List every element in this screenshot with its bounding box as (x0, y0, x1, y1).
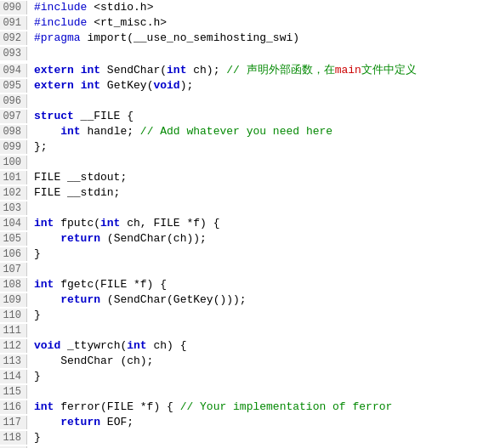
line-content: } (27, 369, 500, 383)
line-number: 099 (0, 140, 27, 154)
code-line: 105 return (SendChar(ch)); (0, 231, 500, 247)
code-line: 113 SendChar (ch); (0, 354, 500, 369)
line-content: #include <stdio.h> (27, 0, 500, 14)
line-number: 092 (0, 31, 27, 45)
line-number: 096 (0, 94, 27, 108)
line-number: 112 (0, 339, 27, 353)
line-number: 095 (0, 79, 27, 93)
line-number: 108 (0, 278, 27, 292)
line-number: 106 (0, 247, 27, 261)
line-content: return (SendChar(ch)); (27, 231, 500, 246)
line-number: 094 (0, 64, 27, 77)
line-content: int fputc(int ch, FILE *f) { (27, 216, 500, 230)
code-line: 109 return (SendChar(GetKey())); (0, 292, 500, 308)
line-content: extern int GetKey(void); (27, 78, 500, 93)
line-content: struct __FILE { (27, 109, 500, 123)
line-content (27, 384, 500, 399)
code-line: 098 int handle; // Add whatever you need… (0, 124, 500, 139)
line-content: return (SendChar(GetKey())); (27, 292, 500, 307)
line-number: 113 (0, 354, 27, 368)
line-number: 097 (0, 110, 27, 123)
line-number: 105 (0, 232, 27, 246)
line-number: 115 (0, 385, 27, 399)
line-content: SendChar (ch); (27, 354, 500, 368)
line-content: #pragma import(__use_no_semihosting_swi) (27, 31, 500, 45)
code-line: 110} (0, 308, 500, 323)
line-content: return EOF; (27, 415, 500, 429)
line-content: FILE __stdout; (27, 170, 500, 184)
code-line: 117 return EOF; (0, 415, 500, 430)
code-line: 103 (0, 201, 500, 216)
line-number: 117 (0, 416, 27, 429)
line-content: void _ttywrch(int ch) { (27, 338, 500, 353)
code-line: 094extern int SendChar(int ch); // 声明外部函… (0, 61, 500, 78)
line-number: 104 (0, 217, 27, 230)
line-number: 107 (0, 263, 27, 276)
line-content: }; (27, 139, 500, 154)
line-content (27, 94, 500, 108)
code-line: 099}; (0, 139, 500, 155)
line-content (27, 46, 500, 60)
line-number: 118 (0, 431, 27, 445)
code-line: 106} (0, 247, 500, 262)
line-content: FILE __stdin; (27, 185, 500, 200)
code-line: 107 (0, 262, 500, 277)
code-line: 097struct __FILE { (0, 109, 500, 124)
code-line: 112void _ttywrch(int ch) { (0, 338, 500, 354)
line-number: 090 (0, 1, 27, 14)
line-number: 110 (0, 309, 27, 322)
line-number: 109 (0, 293, 27, 307)
line-content: int ferror(FILE *f) { // Your implementa… (27, 400, 500, 414)
line-number: 098 (0, 125, 27, 139)
line-number: 102 (0, 186, 27, 200)
code-line: 100 (0, 155, 500, 170)
code-line: 096 (0, 94, 500, 109)
code-line: 093 (0, 46, 500, 61)
line-number: 101 (0, 171, 27, 184)
line-number: 114 (0, 370, 27, 383)
line-content: } (27, 247, 500, 261)
line-content: } (27, 430, 500, 445)
code-line: 092#pragma import(__use_no_semihosting_s… (0, 31, 500, 46)
code-editor: 090#include <stdio.h>091#include <rt_mis… (0, 0, 500, 448)
code-line: 101FILE __stdout; (0, 170, 500, 185)
line-content (27, 155, 500, 169)
line-number: 093 (0, 47, 27, 60)
code-line: 102FILE __stdin; (0, 185, 500, 201)
line-content: #include <rt_misc.h> (27, 15, 500, 30)
code-line: 104int fputc(int ch, FILE *f) { (0, 216, 500, 231)
code-line: 090#include <stdio.h> (0, 0, 500, 15)
line-number: 116 (0, 400, 27, 414)
line-content: int fgetc(FILE *f) { (27, 277, 500, 292)
code-line: 091#include <rt_misc.h> (0, 15, 500, 31)
line-content (27, 201, 500, 215)
code-line: 114} (0, 369, 500, 384)
line-number: 103 (0, 201, 27, 215)
line-content: extern int SendChar(int ch); // 声明外部函数，在… (27, 61, 500, 78)
line-number: 100 (0, 156, 27, 169)
code-line: 118} (0, 430, 500, 445)
code-line: 115 (0, 384, 500, 400)
line-number: 091 (0, 16, 27, 30)
code-line: 116int ferror(FILE *f) { // Your impleme… (0, 400, 500, 415)
line-content (27, 262, 500, 276)
line-content (27, 323, 500, 337)
line-content: } (27, 308, 500, 322)
line-content: int handle; // Add whatever you need her… (27, 124, 500, 139)
line-number: 111 (0, 324, 27, 337)
code-line: 108int fgetc(FILE *f) { (0, 277, 500, 292)
code-line: 111 (0, 323, 500, 338)
code-line: 095extern int GetKey(void); (0, 78, 500, 94)
